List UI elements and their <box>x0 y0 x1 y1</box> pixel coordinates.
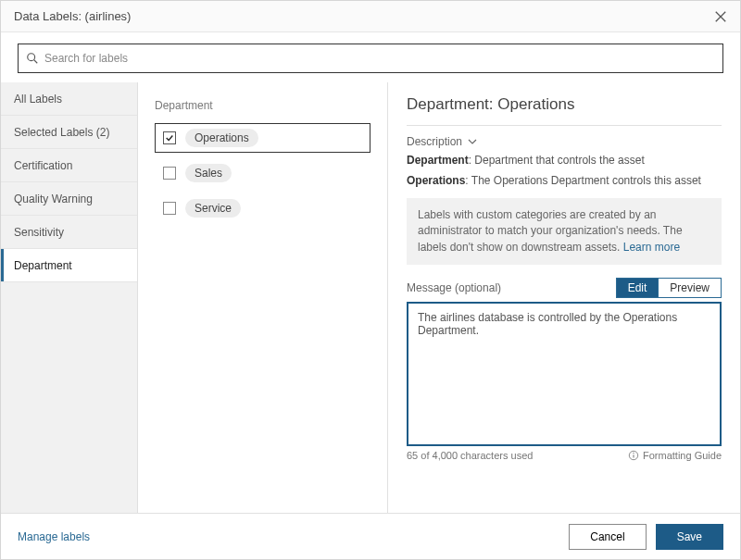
sidebar-item-label: Certification <box>14 159 72 172</box>
description-dept-value: Department that controls the asset <box>474 154 644 167</box>
search-box[interactable] <box>18 44 723 73</box>
description-dept-key: Department <box>407 154 469 167</box>
check-icon <box>165 133 174 143</box>
sidebar-item-label: All Labels <box>14 93 62 106</box>
description-op-key: Operations <box>407 174 465 187</box>
learn-more-link[interactable]: Learn more <box>623 241 680 254</box>
description-toggle-label: Description <box>407 135 462 148</box>
formatting-guide-label: Formatting Guide <box>643 450 722 461</box>
label-row-operations[interactable]: Operations <box>155 123 370 153</box>
sidebar-item-label: Selected Labels (2) <box>14 126 109 139</box>
checkbox-operations[interactable] <box>163 131 176 144</box>
manage-labels-link[interactable]: Manage labels <box>18 530 90 543</box>
detail-panel: Department: Operations Description Depar… <box>388 82 740 513</box>
tab-preview-label: Preview <box>670 281 710 294</box>
sidebar-item-selected-labels[interactable]: Selected Labels (2) <box>1 116 137 149</box>
sidebar-item-label: Sensitivity <box>14 226 64 239</box>
label-list-panel: Department Operations Sales Service <box>138 82 388 513</box>
close-button[interactable] <box>710 6 731 27</box>
description-dept: Department: Department that controls the… <box>407 154 722 167</box>
search-input[interactable] <box>44 52 715 65</box>
description-op: Operations: The Operations Department co… <box>407 174 722 187</box>
search-icon <box>26 52 39 65</box>
message-header-row: Message (optional) Edit Preview <box>407 278 722 298</box>
chevron-down-icon <box>468 137 477 146</box>
formatting-guide-link[interactable]: Formatting Guide <box>628 450 722 461</box>
dialog-body: All Labels Selected Labels (2) Certifica… <box>1 82 740 513</box>
svg-point-4 <box>633 453 634 454</box>
sidebar-item-quality-warning[interactable]: Quality Warning <box>1 182 137 216</box>
detail-title: Department: Operations <box>407 95 722 114</box>
label-pill: Operations <box>185 129 258 147</box>
dialog-title: Data Labels: (airlines) <box>14 9 131 23</box>
tab-preview[interactable]: Preview <box>659 278 722 298</box>
save-button-label: Save <box>677 530 702 543</box>
svg-line-1 <box>34 60 38 64</box>
cancel-button[interactable]: Cancel <box>569 524 646 550</box>
description-op-value: The Operations Department controls this … <box>471 174 701 187</box>
info-box: Labels with custom categories are create… <box>407 198 722 265</box>
label-pill: Sales <box>185 164 232 182</box>
message-tabs: Edit Preview <box>616 278 722 298</box>
footer-buttons: Cancel Save <box>569 524 723 550</box>
divider <box>407 125 722 126</box>
sidebar-item-sensitivity[interactable]: Sensitivity <box>1 216 137 249</box>
checkbox-sales[interactable] <box>163 167 176 180</box>
label-pill: Service <box>185 199 241 218</box>
message-textarea[interactable] <box>407 302 722 446</box>
message-label: Message (optional) <box>407 281 501 294</box>
dialog-header: Data Labels: (airlines) <box>1 1 740 32</box>
sidebar-spacer <box>1 282 137 513</box>
sidebar-item-certification[interactable]: Certification <box>1 149 137 182</box>
label-row-sales[interactable]: Sales <box>155 158 370 188</box>
description-toggle[interactable]: Description <box>407 135 722 148</box>
dialog: Data Labels: (airlines) All Labels Selec… <box>0 0 741 560</box>
sidebar-item-department[interactable]: Department <box>1 249 137 282</box>
svg-point-0 <box>28 54 35 61</box>
sidebar-item-label: Department <box>14 259 72 272</box>
sidebar-item-all-labels[interactable]: All Labels <box>1 82 137 116</box>
checkbox-service[interactable] <box>163 202 176 215</box>
save-button[interactable]: Save <box>656 524 723 550</box>
search-container <box>1 32 740 82</box>
label-list-title: Department <box>155 99 370 112</box>
close-icon <box>714 10 727 23</box>
label-row-service[interactable]: Service <box>155 193 370 223</box>
tab-edit[interactable]: Edit <box>616 278 659 298</box>
sidebar: All Labels Selected Labels (2) Certifica… <box>1 82 138 513</box>
dialog-footer: Manage labels Cancel Save <box>1 513 740 559</box>
cancel-button-label: Cancel <box>590 530 624 543</box>
char-counter: 65 of 4,000 characters used <box>407 450 533 461</box>
info-icon <box>628 450 639 461</box>
tab-edit-label: Edit <box>628 281 647 294</box>
sidebar-item-label: Quality Warning <box>14 193 93 205</box>
counter-row: 65 of 4,000 characters used Formatting G… <box>407 450 722 461</box>
